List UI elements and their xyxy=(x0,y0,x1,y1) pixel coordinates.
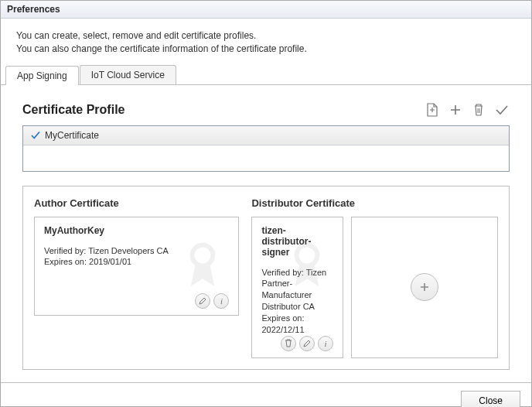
distributor-cert-verified: Verified by: Tizen Partner-Manufacturer … xyxy=(261,267,333,313)
description-line-2: You can also change the certificate info… xyxy=(16,43,516,56)
delete-profile-icon[interactable] xyxy=(471,102,486,118)
profile-item-name: MyCertificate xyxy=(45,130,99,141)
author-cert-verified: Verified by: Tizen Developers CA xyxy=(44,245,229,257)
tab-iot-cloud[interactable]: IoT Cloud Service xyxy=(80,65,176,84)
add-distributor-cert-icon[interactable] xyxy=(411,273,438,301)
section-heading: Certificate Profile xyxy=(22,103,124,117)
author-certificate-title: Author Certificate xyxy=(34,197,239,209)
author-certificate-card: MyAuthorKey Verified by: Tizen Developer… xyxy=(34,217,239,316)
profile-list: MyCertificate xyxy=(22,125,510,172)
tab-app-signing-label: App Signing xyxy=(17,70,67,81)
author-cert-actions: i xyxy=(44,293,229,309)
certificates-columns: Author Certificate MyAuthorKey Verified … xyxy=(34,197,498,358)
distributor-cert-row: tizen-distributor-signer Verified by: Ti… xyxy=(251,217,498,358)
preferences-window: Preferences You can create, select, remo… xyxy=(0,0,532,407)
edit-distributor-cert-icon[interactable] xyxy=(299,336,315,351)
import-profile-icon[interactable] xyxy=(425,102,440,118)
add-distributor-cert-card[interactable] xyxy=(351,217,498,358)
distributor-certificate-title: Distributor Certificate xyxy=(251,197,498,209)
tabs: App Signing IoT Cloud Service xyxy=(1,65,531,85)
author-cert-body: Verified by: Tizen Developers CA Expires… xyxy=(44,245,229,268)
tab-iot-cloud-label: IoT Cloud Service xyxy=(91,70,165,80)
add-profile-icon[interactable] xyxy=(448,102,463,118)
info-author-cert-icon[interactable]: i xyxy=(213,293,229,309)
certificates-panel: Author Certificate MyAuthorKey Verified … xyxy=(22,186,510,370)
close-button[interactable]: Close xyxy=(461,391,520,407)
close-button-label: Close xyxy=(479,395,503,406)
description-block: You can create, select, remove and edit … xyxy=(1,19,531,65)
profile-list-header: MyCertificate xyxy=(23,126,509,145)
delete-distributor-cert-icon[interactable] xyxy=(281,336,296,351)
tab-pane-app-signing: Certificate Profile xyxy=(1,85,531,383)
distributor-cert-name: tizen-distributor-signer xyxy=(261,225,333,258)
description-line-1: You can create, select, remove and edit … xyxy=(16,29,516,43)
profile-toolbar xyxy=(425,102,510,118)
distributor-certificate-column: Distributor Certificate tizen-distributo… xyxy=(251,197,498,358)
dialog-footer: Close xyxy=(1,383,531,407)
edit-author-cert-icon[interactable] xyxy=(195,293,210,309)
check-icon xyxy=(31,131,40,140)
section-header: Certificate Profile xyxy=(22,102,510,118)
profile-item[interactable]: MyCertificate xyxy=(23,128,509,142)
window-title: Preferences xyxy=(1,1,531,19)
info-distributor-cert-icon[interactable]: i xyxy=(318,336,333,351)
distributor-cert-body: Verified by: Tizen Partner-Manufacturer … xyxy=(261,267,333,336)
author-cert-expires: Expires on: 2019/01/01 xyxy=(44,256,229,268)
author-certificate-column: Author Certificate MyAuthorKey Verified … xyxy=(34,197,239,358)
distributor-cert-expires: Expires on: 2022/12/11 xyxy=(261,313,333,336)
tab-app-signing[interactable]: App Signing xyxy=(5,66,79,85)
set-active-profile-icon[interactable] xyxy=(494,102,510,118)
author-cert-name: MyAuthorKey xyxy=(44,225,229,236)
distributor-certificate-card: tizen-distributor-signer Verified by: Ti… xyxy=(251,217,343,358)
distributor-cert-actions: i xyxy=(261,336,333,351)
